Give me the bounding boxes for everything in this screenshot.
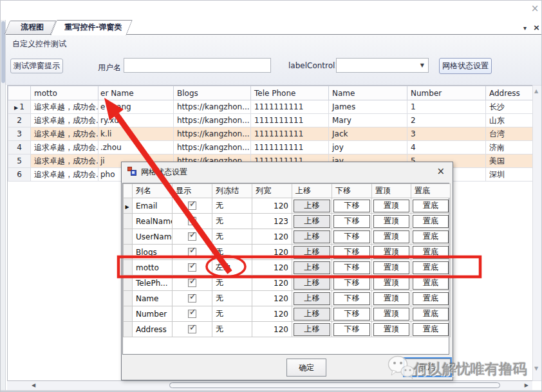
col-name-cell[interactable]: RealName: [133, 214, 173, 229]
width-cell[interactable]: 120: [252, 322, 292, 337]
show-checkbox[interactable]: ✓: [188, 248, 196, 256]
cell-name[interactable]: James: [329, 100, 407, 114]
row-header[interactable]: ▶1: [8, 100, 31, 114]
col-name-cell[interactable]: Name: [133, 291, 173, 306]
move-up-button[interactable]: 上移: [294, 261, 330, 274]
cell-telephone[interactable]: 1111111111: [251, 127, 329, 141]
dlg-col-top[interactable]: 置顶: [372, 184, 411, 198]
username-input[interactable]: [124, 58, 271, 73]
dialog-titlebar[interactable]: 网格状态设置 ×: [122, 162, 453, 180]
dlg-col-name[interactable]: 列名: [133, 184, 173, 198]
move-top-button[interactable]: 置顶: [373, 200, 409, 212]
move-down-button[interactable]: 下移: [333, 292, 370, 305]
col-header-telephone[interactable]: Tele Phone: [251, 86, 329, 100]
move-down-button[interactable]: 下移: [333, 323, 370, 336]
col-name-cell[interactable]: Blogs: [133, 245, 173, 260]
left-scrollbar-thumb[interactable]: [1, 21, 5, 83]
scroll-up-icon[interactable]: ▲: [534, 88, 538, 94]
freeze-cell[interactable]: 无: [212, 275, 252, 291]
move-bottom-button[interactable]: 置底: [413, 246, 449, 259]
dlg-col-down[interactable]: 下移: [332, 184, 372, 198]
move-top-button[interactable]: 置顶: [373, 246, 409, 259]
width-cell[interactable]: 120: [252, 306, 292, 322]
move-top-button[interactable]: 置顶: [373, 292, 409, 305]
move-up-button[interactable]: 上移: [294, 215, 330, 228]
col-header-username[interactable]: er Name: [98, 86, 174, 100]
width-cell[interactable]: 120: [252, 198, 292, 214]
test-popup-button[interactable]: 测试弹窗提示: [10, 59, 63, 73]
width-cell[interactable]: 120: [252, 245, 292, 260]
cell-telephone[interactable]: 1111111111: [251, 141, 329, 154]
row-header[interactable]: 5: [8, 154, 31, 168]
dialog-row-username[interactable]: UserName ✓ 无 120 上移 下移 置顶 置底: [124, 229, 451, 245]
width-cell[interactable]: 123: [252, 214, 292, 229]
freeze-cell[interactable]: 无: [212, 229, 252, 245]
scroll-left-icon[interactable]: ◀: [32, 382, 35, 388]
move-up-button[interactable]: 上移: [294, 323, 330, 336]
labelcontrol1-combobox[interactable]: ▼: [336, 58, 429, 73]
col-header-motto[interactable]: motto: [31, 86, 98, 100]
tab-flowchart[interactable]: 流程图: [7, 21, 53, 34]
cell-name[interactable]: joy: [329, 141, 407, 154]
col-name-cell[interactable]: Email: [133, 198, 173, 214]
move-top-button[interactable]: 置顶: [373, 323, 409, 336]
cell-address[interactable]: 美国: [486, 154, 534, 168]
move-up-button[interactable]: 上移: [294, 200, 330, 212]
cell-address[interactable]: 深圳: [486, 168, 534, 182]
col-header-number[interactable]: Number: [407, 86, 486, 100]
move-top-button[interactable]: 置顶: [373, 215, 409, 228]
move-down-button[interactable]: 下移: [333, 215, 370, 228]
window-close-icon[interactable]: ×: [528, 2, 541, 15]
dialog-row-telephone[interactable]: TelePh... ✓ 无 120 上移 下移 置顶 置底: [124, 275, 451, 291]
freeze-cell-left[interactable]: 左边: [212, 260, 252, 275]
row-header[interactable]: 6: [8, 168, 31, 182]
move-bottom-button[interactable]: 置底: [413, 292, 449, 305]
grid-horizontal-scrollbar[interactable]: ◀ ▶: [7, 381, 532, 390]
dialog-row-motto[interactable]: motto ✓ 左边 120 上移 下移 置顶 置底: [124, 260, 451, 275]
cell-number[interactable]: 2: [407, 114, 486, 127]
show-checkbox[interactable]: ✓: [188, 263, 196, 272]
dialog-row-number[interactable]: Number ✓ 无 120 上移 下移 置顶 置底: [124, 306, 451, 322]
move-top-button[interactable]: 置顶: [373, 230, 409, 243]
grid-vertical-scrollbar[interactable]: ▲ ▼: [532, 85, 542, 381]
move-bottom-button[interactable]: 置底: [413, 230, 449, 243]
show-checkbox[interactable]: ✓: [188, 294, 196, 303]
cell-telephone[interactable]: 1111111111: [251, 114, 329, 127]
move-down-button[interactable]: 下移: [333, 308, 370, 321]
width-cell[interactable]: 120: [252, 275, 292, 291]
cell-username[interactable]: e zhang: [98, 100, 174, 114]
cell-address[interactable]: 长沙: [486, 100, 534, 114]
move-bottom-button[interactable]: 置底: [413, 323, 449, 336]
move-bottom-button[interactable]: 置底: [413, 308, 449, 321]
move-up-button[interactable]: 上移: [294, 230, 330, 243]
hscroll-thumb[interactable]: [169, 382, 500, 388]
cell-motto[interactable]: 追求卓越，成功会...: [31, 114, 98, 127]
cell-name[interactable]: Jack: [329, 127, 407, 141]
cell-blogs[interactable]: https://kangzhon...: [174, 100, 251, 114]
show-checkbox[interactable]: ✓: [188, 279, 196, 287]
scroll-down-icon[interactable]: ▼: [534, 366, 538, 371]
freeze-cell[interactable]: 无: [212, 214, 252, 229]
col-name-cell[interactable]: Number: [133, 306, 173, 322]
width-cell[interactable]: 120: [252, 260, 292, 275]
tab-close-icon[interactable]: ×: [533, 23, 540, 32]
move-bottom-button[interactable]: 置底: [413, 261, 449, 274]
combo-dropdown-icon[interactable]: ▼: [420, 62, 424, 68]
cell-motto[interactable]: 追求卓越，成功会...: [31, 141, 98, 154]
move-top-button[interactable]: 置顶: [373, 308, 409, 321]
grid-settings-button[interactable]: 网格状态设置: [439, 58, 492, 74]
row-header[interactable]: 3: [8, 127, 31, 141]
cell-address[interactable]: 台湾: [486, 127, 534, 141]
freeze-cell[interactable]: 无: [212, 245, 252, 260]
cell-motto[interactable]: 追求卓越，成功会...: [31, 127, 98, 141]
dialog-row-name[interactable]: Name ✓ 无 120 上移 下移 置顶 置底: [124, 291, 451, 306]
move-up-button[interactable]: 上移: [294, 246, 330, 259]
dialog-row-realname[interactable]: RealName ✓ 无 123 上移 下移 置顶 置底: [124, 214, 451, 229]
show-checkbox[interactable]: ✓: [188, 310, 196, 318]
show-checkbox[interactable]: ✓: [188, 201, 196, 210]
col-name-cell[interactable]: TelePh...: [133, 275, 173, 291]
dialog-row-blogs[interactable]: Blogs ✓ 无 120 上移 下移 置顶 置底: [124, 245, 451, 260]
row-header[interactable]: 2: [8, 114, 31, 127]
cell-username[interactable]: .zhou: [98, 141, 174, 154]
dlg-col-width[interactable]: 列宽: [252, 184, 292, 198]
